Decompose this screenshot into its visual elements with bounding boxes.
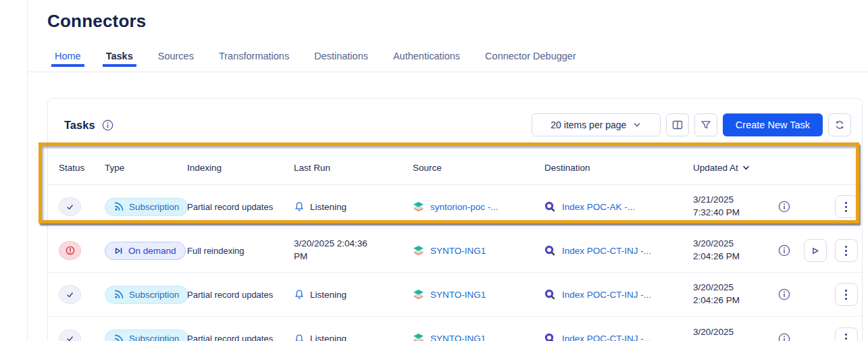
items-per-page-dropdown[interactable]: 20 items per page	[532, 113, 661, 136]
destination-index-icon	[544, 289, 556, 300]
run-task-button[interactable]	[804, 239, 827, 262]
status-check-icon	[65, 334, 75, 341]
kebab-icon	[845, 334, 847, 341]
last-run-cell: 3/20/2025 2:04:36 PM 3/20/2025 2:04:36 P…	[294, 238, 413, 263]
on-demand-icon	[114, 246, 123, 255]
source-cell: SYNTO-ING1	[413, 333, 544, 341]
status-cell	[59, 330, 105, 341]
column-header-label: Updated At	[693, 163, 738, 173]
table-body: Subscription Partial record updates List…	[48, 185, 862, 341]
tab-connector-debugger[interactable]: Connector Debugger	[484, 49, 577, 63]
kebab-icon	[845, 246, 847, 256]
row-menu-button[interactable]	[835, 327, 858, 341]
row-info-button[interactable]	[776, 199, 792, 215]
refresh-icon	[834, 120, 845, 130]
destination-link[interactable]: Index POC-CT-INJ -...	[562, 290, 651, 300]
type-label: Subscription	[129, 334, 179, 341]
chevron-down-icon	[633, 121, 641, 129]
destination-link[interactable]: Index POC-CT-INJ -...	[562, 246, 651, 256]
updated-at-cell: 3/20/2025 2:04:26 PM	[693, 238, 768, 263]
column-header-label: Status	[59, 163, 84, 173]
connectors-page: Connectors HomeTasksSourcesTransformatio…	[0, 11, 868, 341]
last-run-cell: Listening Listening	[294, 201, 413, 212]
source-link[interactable]: SYNTO-ING1	[430, 334, 486, 341]
column-header-destination: Destination	[544, 163, 693, 173]
type-pill: Subscription	[105, 198, 188, 216]
items-per-page-label: 20 items per page	[551, 120, 626, 130]
source-link[interactable]: SYNTO-ING1	[430, 246, 486, 256]
info-icon	[777, 332, 791, 341]
updated-at-cell: 3/21/2025 7:32:40 PM	[693, 194, 768, 219]
column-header-label: Indexing	[187, 163, 222, 173]
kebab-icon	[845, 202, 847, 212]
sort-chevron-icon	[742, 164, 750, 172]
row-menu-button[interactable]	[835, 239, 858, 262]
source-link[interactable]: syntorion-poc -...	[430, 202, 499, 212]
tab-authentications[interactable]: Authentications	[392, 49, 461, 63]
tab-transformations[interactable]: Transformations	[218, 49, 290, 63]
source-link[interactable]: SYNTO-ING1	[430, 290, 486, 300]
table-row: On demand Full reindexing 3/20/2025 2:04…	[48, 229, 862, 273]
source-layers-icon	[413, 245, 424, 257]
updated-time: 2:04:26 PM	[693, 251, 768, 263]
destination-cell: Index POC-CT-INJ -...	[544, 333, 693, 341]
column-header-updated-at[interactable]: Updated At	[693, 163, 768, 173]
status-badge	[59, 197, 81, 216]
row-menu-button[interactable]	[835, 195, 858, 218]
column-header-last-run: Last Run	[294, 163, 413, 173]
toolbar: 20 items per page Create New	[532, 113, 851, 136]
updated-date: 3/20/2025	[693, 282, 768, 294]
updated-date: 3/20/2025	[693, 238, 768, 251]
destination-link[interactable]: Index POC-CT-INJ -...	[562, 334, 651, 341]
last-run-datetime: 3/20/2025 2:04:36 PM	[294, 238, 376, 263]
filter-button[interactable]	[694, 113, 717, 136]
indexing-cell: Partial record updates	[187, 202, 294, 212]
status-cell	[59, 285, 105, 304]
updated-time: 7:32:40 PM	[693, 207, 768, 219]
panel-header: Tasks 20 items per page	[48, 99, 862, 151]
kebab-icon	[845, 290, 847, 300]
row-info-button[interactable]	[776, 286, 792, 303]
rss-icon	[114, 290, 124, 299]
source-cell: syntorion-poc -...	[413, 201, 544, 213]
row-info-button[interactable]	[776, 331, 792, 341]
destination-index-icon	[544, 201, 556, 213]
column-header-indexing: Indexing	[187, 163, 294, 173]
type-cell: Subscription	[105, 330, 187, 341]
destination-link[interactable]: Index POC-AK -...	[562, 202, 635, 212]
tab-sources[interactable]: Sources	[157, 49, 195, 63]
tabs-bar: HomeTasksSourcesTransformationsDestinati…	[27, 49, 868, 72]
table-header-row: StatusTypeIndexingLast RunSourceDestinat…	[48, 151, 862, 185]
row-menu-button[interactable]	[835, 283, 858, 306]
destination-cell: Index POC-CT-INJ -...	[544, 289, 693, 300]
rss-icon	[114, 334, 124, 341]
status-cell	[59, 241, 105, 260]
tabs: HomeTasksSourcesTransformationsDestinati…	[54, 49, 868, 72]
tab-tasks[interactable]: Tasks	[105, 49, 134, 63]
updated-at-cell: 3/20/2025 2:04:26 PM	[693, 282, 768, 307]
tab-destinations[interactable]: Destinations	[313, 49, 369, 63]
source-layers-icon	[413, 201, 424, 213]
column-header-label: Type	[105, 163, 124, 173]
refresh-button[interactable]	[828, 113, 851, 136]
status-badge	[59, 330, 81, 341]
updated-date: 3/20/2025	[693, 326, 768, 339]
row-info-button[interactable]	[776, 242, 792, 259]
bell-icon	[294, 289, 305, 300]
info-icon	[777, 288, 791, 301]
destination-cell: Index POC-CT-INJ -...	[544, 245, 693, 257]
columns-layout-button[interactable]	[666, 113, 689, 136]
info-icon[interactable]	[101, 119, 114, 132]
info-icon	[777, 244, 791, 257]
status-check-icon	[65, 290, 75, 300]
column-header-type: Type	[105, 163, 187, 173]
status-cell	[59, 197, 105, 216]
last-run-label: Listening	[310, 202, 347, 212]
tasks-panel: Tasks 20 items per page	[47, 98, 863, 341]
tab-home[interactable]: Home	[54, 49, 82, 63]
updated-time: 2:04:26 PM	[693, 294, 768, 307]
create-new-task-button[interactable]: Create New Task	[723, 113, 823, 136]
updated-date: 3/21/2025	[693, 194, 768, 207]
info-icon	[777, 200, 791, 213]
updated-time: 1:32:44 PM	[693, 339, 768, 341]
